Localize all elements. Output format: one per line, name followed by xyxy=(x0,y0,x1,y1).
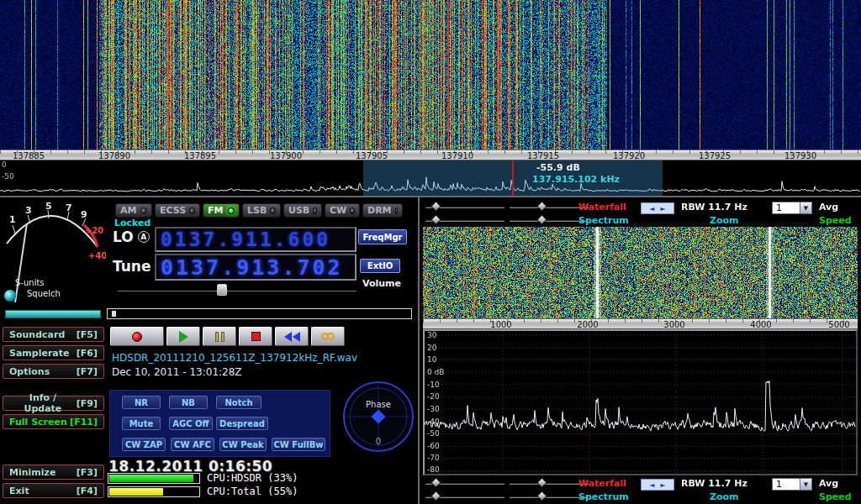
slider-thumb[interactable] xyxy=(536,214,547,225)
squelch-knob[interactable] xyxy=(4,290,16,302)
mode-am-button[interactable]: AM xyxy=(115,203,152,218)
extio-button[interactable]: ExtIO xyxy=(360,259,400,273)
waterfall-brightness-slider[interactable] xyxy=(425,477,504,489)
left-arrow-icon[interactable]: ◄ xyxy=(649,205,654,213)
info-update-button[interactable]: Info / Update [F9] xyxy=(3,396,104,411)
squelch-label: Squelch xyxy=(27,289,61,298)
play-button[interactable] xyxy=(166,327,200,346)
rbw-spinner[interactable]: ◄► xyxy=(641,202,674,214)
mode-drm-button[interactable]: DRM xyxy=(362,203,403,218)
freq-scale-label: 1000 xyxy=(484,320,518,329)
rbw-spinner[interactable]: ◄► xyxy=(641,479,674,491)
slider-thumb[interactable] xyxy=(430,214,441,225)
db-scale-label: -40 xyxy=(427,417,440,426)
rewind-icon xyxy=(283,332,300,342)
avg-select[interactable]: 1 ▼ xyxy=(772,202,812,214)
slider-thumb[interactable] xyxy=(430,491,441,501)
db-scale-label: -70 xyxy=(427,454,440,462)
cw-afc-button[interactable]: CW AFC xyxy=(171,438,214,451)
mode-usb-button[interactable]: USB xyxy=(283,203,322,218)
nr-button[interactable]: NR xyxy=(122,396,161,409)
s-meter-gauge: 1 3 5 7 9 +20 +40 S-units Squelch xyxy=(2,200,106,307)
notch-button[interactable]: Notch xyxy=(216,396,261,409)
lo-row: LO A xyxy=(113,228,150,245)
mute-button[interactable]: Mute xyxy=(122,417,161,430)
minimize-button[interactable]: Minimize [F3] xyxy=(3,465,104,480)
record-button[interactable] xyxy=(110,327,164,346)
freq-scale-label: 137930 xyxy=(777,151,824,160)
db-axis-label: -50 xyxy=(2,172,14,181)
avg-label: Avg xyxy=(819,478,838,489)
tune-frequency-digits[interactable]: 0137.913.702 xyxy=(161,255,343,280)
mode-cw-button[interactable]: CW xyxy=(325,203,360,218)
spectrum-brightness-slider[interactable] xyxy=(425,214,504,226)
right-arrow-icon[interactable]: ► xyxy=(661,205,666,213)
tune-cursor[interactable] xyxy=(512,160,514,196)
cw-zap-button[interactable]: CW ZAP xyxy=(122,438,166,451)
stop-icon xyxy=(251,332,261,341)
recording-date: Dec 10, 2011 - 13:01:28Z xyxy=(112,366,242,378)
lo-label: LO xyxy=(113,228,134,245)
lo-frequency-digits[interactable]: 0137.911.600 xyxy=(161,228,330,250)
tuning-track[interactable] xyxy=(107,308,412,319)
phase-indicator[interactable]: Phase 0 xyxy=(341,380,415,454)
cw-peak-button[interactable]: CW Peak xyxy=(219,438,267,451)
lo-lock-badge-icon[interactable]: A xyxy=(138,231,150,243)
mode-led-icon xyxy=(228,207,235,214)
waterfall-contrast-slider[interactable] xyxy=(510,201,589,213)
loop-button[interactable] xyxy=(311,327,345,346)
main-frequency-scale[interactable]: 137885 137890 137895 137900 137905 13791… xyxy=(0,150,861,160)
fullscreen-button[interactable]: Full Screen [F11] xyxy=(3,414,104,429)
lo-frequency-display[interactable]: 0137.911.600 xyxy=(155,227,357,252)
db-scale-label: -50 xyxy=(427,429,440,438)
audio-spectrum-display[interactable] xyxy=(425,331,856,474)
main-spectrum-section: 0 -50 -55.9 dB 137.915.102 kHz xyxy=(0,160,861,196)
right-arrow-icon[interactable]: ► xyxy=(661,481,666,489)
volume-slider[interactable] xyxy=(118,284,357,296)
soundcard-button[interactable]: Soundcard [F5] xyxy=(3,327,104,342)
slider-thumb[interactable] xyxy=(536,491,547,501)
dropdown-arrow-icon[interactable]: ▼ xyxy=(800,479,811,490)
main-waterfall-display[interactable] xyxy=(0,0,861,150)
mode-fm-button[interactable]: FM xyxy=(203,203,240,218)
s-meter: 1 3 5 7 9 +20 +40 S-units Squelch xyxy=(2,200,106,307)
exit-button[interactable]: Exit [F4] xyxy=(3,483,104,498)
zoom-slider[interactable] xyxy=(510,491,589,502)
pause-button[interactable] xyxy=(203,327,236,346)
despread-button[interactable]: Despread xyxy=(216,417,268,430)
freqmgr-button[interactable]: FreqMgr xyxy=(358,229,407,244)
tune-frequency-display[interactable]: 0137.913.702 xyxy=(155,254,357,281)
nb-button[interactable]: NB xyxy=(169,396,208,409)
cw-fullbw-button[interactable]: CW FullBw xyxy=(272,438,325,451)
slider-thumb[interactable] xyxy=(430,477,441,488)
audio-frequency-scale[interactable]: 1000 2000 3000 4000 5000 xyxy=(423,318,858,329)
stop-button[interactable] xyxy=(239,327,272,346)
freq-scale-label: 137910 xyxy=(434,151,481,160)
db-scale-label: 30 xyxy=(427,331,436,339)
waterfall-brightness-slider[interactable] xyxy=(425,201,504,213)
waterfall-contrast-slider[interactable] xyxy=(510,477,589,489)
mode-ecss-button[interactable]: ECSS xyxy=(155,203,200,218)
mode-lsb-button[interactable]: LSB xyxy=(242,203,281,218)
spectrum-brightness-slider[interactable] xyxy=(425,491,504,502)
mode-led-icon xyxy=(395,207,398,214)
audio-waterfall-display[interactable] xyxy=(423,227,858,318)
slider-thumb[interactable] xyxy=(536,201,547,212)
button-fkey: [F11] xyxy=(70,417,98,428)
options-button[interactable]: Options [F7] xyxy=(3,364,104,379)
slider-thumb[interactable] xyxy=(430,201,441,212)
rewind-button[interactable] xyxy=(275,327,309,346)
button-label: Exit xyxy=(9,486,29,496)
tuning-track-thumb[interactable] xyxy=(112,311,116,317)
slider-thumb[interactable] xyxy=(536,477,547,488)
agc-button[interactable]: AGC Off xyxy=(169,417,213,430)
mode-label: FM xyxy=(208,205,223,216)
left-arrow-icon[interactable]: ◄ xyxy=(649,481,654,489)
samplerate-button[interactable]: Samplerate [F6] xyxy=(3,345,104,360)
squelch-level-bar[interactable] xyxy=(5,310,101,318)
freq-scale-label: 2000 xyxy=(571,320,605,329)
avg-select[interactable]: 1 ▼ xyxy=(772,478,812,491)
dropdown-arrow-icon[interactable]: ▼ xyxy=(800,202,811,213)
slider-thumb[interactable] xyxy=(217,284,227,296)
zoom-slider[interactable] xyxy=(510,214,589,226)
